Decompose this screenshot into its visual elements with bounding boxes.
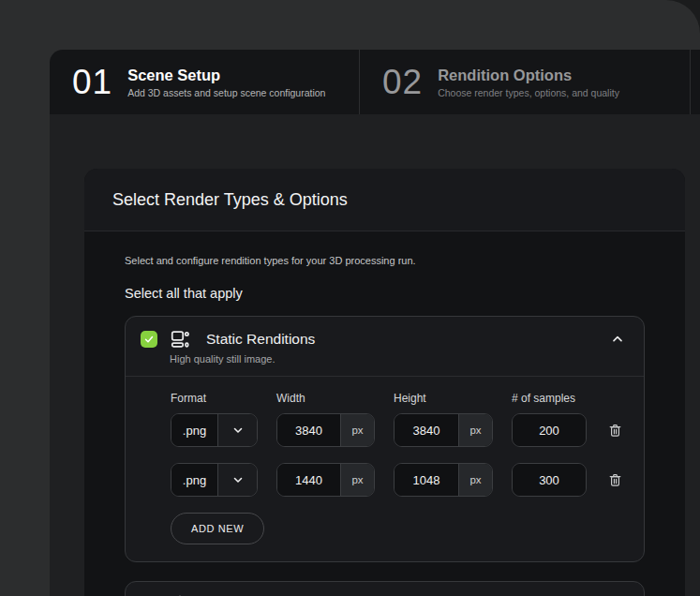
column-height: Height: [394, 392, 493, 405]
wizard-stepbar: 01 Scene Setup Add 3D assets and setup s…: [50, 50, 700, 114]
turntable-animations-card: Turntable Animations: [125, 581, 645, 596]
column-labels: Format Width Height # of samples: [171, 392, 644, 405]
card-title: Select Render Types & Options: [112, 190, 348, 210]
rendition-row: .png px px: [171, 463, 644, 497]
static-renditions-card: Static Renditions High quality still ima…: [125, 316, 645, 562]
column-samples: # of samples: [512, 392, 587, 405]
add-new-button[interactable]: ADD NEW: [171, 513, 264, 544]
render-options-card: Select Render Types & Options Select and…: [84, 169, 685, 596]
chevron-down-icon[interactable]: [217, 414, 257, 446]
renditions-table: Format Width Height # of samples .png: [126, 377, 644, 561]
delete-row-button[interactable]: [605, 421, 624, 440]
column-format: Format: [171, 392, 258, 405]
step-title: Scene Setup: [127, 66, 325, 85]
select-all-label: Select all that apply: [125, 286, 645, 301]
static-renditions-title: Static Renditions: [206, 331, 315, 348]
samples-input-group: [512, 463, 587, 497]
height-unit: px: [458, 414, 492, 446]
samples-input[interactable]: [513, 414, 586, 446]
column-width: Width: [276, 392, 375, 405]
format-select[interactable]: .png: [171, 413, 258, 447]
height-input-group: px: [394, 413, 493, 447]
samples-input[interactable]: [513, 464, 586, 496]
step-rendition-options[interactable]: 02 Rendition Options Choose render types…: [360, 50, 691, 114]
width-input-group: px: [276, 413, 375, 447]
samples-input-group: [512, 413, 587, 447]
card-body: Select and configure rendition types for…: [84, 231, 685, 596]
height-input[interactable]: [395, 414, 458, 446]
step-subtitle: Add 3D assets and setup scene configurat…: [127, 87, 325, 98]
format-value: .png: [171, 464, 217, 496]
width-input[interactable]: [277, 464, 340, 496]
delete-row-button[interactable]: [605, 470, 624, 489]
step-scene-setup[interactable]: 01 Scene Setup Add 3D assets and setup s…: [50, 50, 360, 114]
width-unit: px: [340, 464, 374, 496]
step-number: 01: [72, 63, 112, 102]
chevron-down-icon[interactable]: [217, 464, 257, 496]
width-unit: px: [340, 414, 374, 446]
checkmark-icon: [143, 334, 155, 345]
static-renditions-checkbox[interactable]: [141, 331, 157, 348]
step-subtitle: Choose render types, options, and qualit…: [438, 87, 619, 98]
format-select[interactable]: .png: [171, 463, 258, 497]
height-input[interactable]: [395, 464, 458, 496]
card-header: Select Render Types & Options: [84, 169, 685, 231]
chevron-up-icon: [610, 332, 625, 347]
format-value: .png: [171, 414, 217, 446]
main-panel: 01 Scene Setup Add 3D assets and setup s…: [50, 50, 700, 596]
rendition-row: .png px px: [171, 413, 644, 447]
trash-icon: [607, 423, 623, 439]
height-input-group: px: [394, 463, 493, 497]
card-description: Select and configure rendition types for…: [125, 255, 645, 266]
height-unit: px: [458, 464, 492, 496]
width-input[interactable]: [277, 414, 340, 446]
width-input-group: px: [276, 463, 375, 497]
static-renditions-header: Static Renditions High quality still ima…: [126, 317, 644, 377]
renditions-icon: [170, 329, 190, 350]
static-renditions-subtitle: High quality still image.: [170, 353, 627, 365]
collapse-button[interactable]: [608, 330, 627, 349]
trash-icon: [607, 472, 623, 488]
step-title: Rendition Options: [438, 66, 619, 85]
step-number: 02: [382, 63, 423, 102]
